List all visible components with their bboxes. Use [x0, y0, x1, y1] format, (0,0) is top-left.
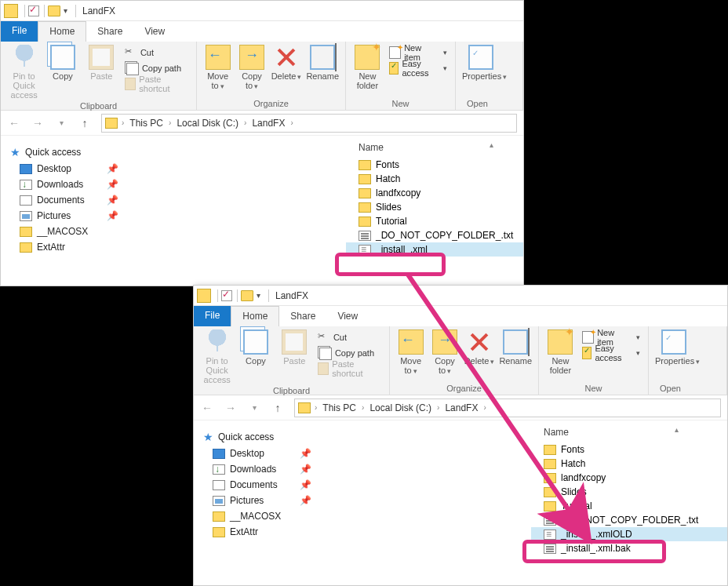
sidebar-item-downloads[interactable]: Downloads📌: [198, 461, 338, 477]
chevron-right-icon[interactable]: ›: [242, 118, 249, 127]
chevron-right-icon[interactable]: ›: [359, 403, 366, 412]
file-list-pane[interactable]: Name▴ FontsHatchlandfxcopySlidesTutorial…: [150, 136, 523, 286]
chevron-right-icon[interactable]: ›: [435, 403, 442, 412]
nav-recent-button[interactable]: ▾: [247, 403, 261, 412]
sidebar-item-desktop[interactable]: Desktop📌: [5, 161, 145, 177]
breadcrumb-item[interactable]: This PC: [128, 118, 165, 129]
chevron-right-icon[interactable]: ›: [119, 118, 126, 127]
chevron-right-icon[interactable]: ›: [166, 118, 173, 127]
pin-to-quick-access-button[interactable]: Pin to Quick access: [200, 329, 234, 384]
copy-path-button[interactable]: Copy path: [123, 60, 190, 76]
breadcrumb[interactable]: › This PC › Local Disk (C:) › LandFX ›: [294, 399, 721, 417]
nav-recent-button[interactable]: ▾: [54, 118, 68, 127]
file-row[interactable]: _install_.xml.bak: [531, 541, 727, 555]
rename-button[interactable]: Rename: [306, 45, 339, 92]
copy-path-button[interactable]: Copy path: [316, 345, 383, 361]
chevron-right-icon[interactable]: ›: [288, 118, 295, 127]
tab-share[interactable]: Share: [279, 306, 326, 326]
nav-back-button[interactable]: ←: [7, 117, 21, 129]
navigation-pane[interactable]: ★Quick access Desktop📌 Downloads📌 Docume…: [1, 136, 150, 286]
column-headers[interactable]: Name▴: [346, 140, 523, 158]
file-row[interactable]: Slides: [346, 200, 523, 214]
paste-shortcut-button[interactable]: Paste shortcut: [316, 361, 383, 377]
delete-button[interactable]: Delete▾: [271, 45, 302, 92]
paste-button[interactable]: Paste: [278, 329, 311, 377]
column-name[interactable]: Name▴: [544, 427, 685, 438]
sidebar-item-extattr[interactable]: ExtAttr: [5, 239, 145, 255]
move-to-button[interactable]: Move to▾: [396, 329, 425, 377]
file-row[interactable]: Tutorial: [531, 499, 727, 513]
tab-share[interactable]: Share: [86, 21, 133, 42]
copy-button[interactable]: Copy: [238, 329, 272, 377]
sidebar-item-documents[interactable]: Documents📌: [5, 192, 145, 208]
column-name[interactable]: Name▴: [359, 142, 500, 153]
pin-to-quick-access-button[interactable]: Pin to Quick access: [7, 45, 41, 100]
file-row[interactable]: Hatch: [346, 172, 523, 186]
sidebar-item-quick-access[interactable]: ★Quick access: [198, 428, 338, 446]
file-row[interactable]: landfxcopy: [531, 471, 727, 485]
copy-button[interactable]: Copy: [46, 45, 79, 92]
window-titlebar[interactable]: ▾ LandFX: [194, 286, 727, 306]
new-item-button[interactable]: New item▾: [388, 45, 449, 60]
file-row[interactable]: _DO_NOT_COPY_FOLDER_.txt: [346, 228, 523, 242]
breadcrumb-item[interactable]: LandFX: [250, 118, 286, 129]
sidebar-item-extattr[interactable]: ExtAttr: [198, 524, 338, 540]
file-list-pane[interactable]: Name▴ FontsHatchlandfxcopySlidesTutorial…: [343, 420, 727, 585]
chevron-right-icon[interactable]: ›: [312, 403, 319, 412]
move-to-button[interactable]: Move to▾: [203, 45, 232, 92]
file-row[interactable]: landfxcopy: [346, 186, 523, 200]
tab-file[interactable]: File: [1, 21, 38, 42]
sidebar-item-documents[interactable]: Documents📌: [198, 477, 338, 493]
breadcrumb-item[interactable]: Local Disk (C:): [175, 118, 240, 129]
file-row[interactable]: Fonts: [531, 442, 727, 457]
tab-file[interactable]: File: [194, 306, 231, 326]
window-titlebar[interactable]: ▾ LandFX: [1, 1, 523, 21]
copy-to-button[interactable]: Copy to▾: [430, 329, 459, 377]
paste-shortcut-button[interactable]: Paste shortcut: [123, 76, 190, 92]
chevron-right-icon[interactable]: ›: [481, 403, 488, 412]
copy-to-button[interactable]: Copy to▾: [237, 45, 266, 92]
sidebar-item-desktop[interactable]: Desktop📌: [198, 446, 338, 461]
nav-up-button[interactable]: ↑: [271, 402, 285, 414]
easy-access-button[interactable]: Easy access▾: [581, 345, 642, 361]
sidebar-item-macosx[interactable]: __MACOSX: [5, 224, 145, 239]
nav-forward-button[interactable]: →: [224, 402, 238, 414]
qat-properties-icon[interactable]: [28, 5, 39, 16]
new-folder-button[interactable]: New folder: [352, 45, 383, 92]
new-folder-button[interactable]: New folder: [545, 329, 576, 377]
nav-up-button[interactable]: ↑: [78, 117, 92, 129]
file-row[interactable]: _install_.xmlOLD: [531, 527, 727, 541]
file-row[interactable]: Tutorial: [346, 214, 523, 228]
file-row[interactable]: Fonts: [346, 158, 523, 172]
navigation-pane[interactable]: ★Quick access Desktop📌 Downloads📌 Docume…: [194, 420, 343, 585]
breadcrumb[interactable]: › This PC › Local Disk (C:) › LandFX ›: [101, 114, 517, 133]
tab-home[interactable]: Home: [231, 306, 279, 326]
file-row[interactable]: _install_.xml: [346, 242, 523, 257]
rename-button[interactable]: Rename: [499, 329, 532, 377]
column-headers[interactable]: Name▴: [531, 425, 727, 442]
file-row[interactable]: Slides: [531, 485, 727, 499]
easy-access-button[interactable]: Easy access▾: [388, 60, 449, 76]
tab-view[interactable]: View: [326, 306, 369, 326]
paste-button[interactable]: Paste: [85, 45, 118, 92]
qat-dropdown-icon[interactable]: ▾: [257, 291, 260, 300]
qat-newfolder-icon[interactable]: [48, 5, 60, 16]
nav-back-button[interactable]: ←: [200, 402, 214, 414]
breadcrumb-item[interactable]: LandFX: [443, 402, 479, 413]
nav-forward-button[interactable]: →: [31, 117, 45, 129]
qat-properties-icon[interactable]: [221, 290, 232, 301]
file-row[interactable]: _DO_NOT_COPY_FOLDER_.txt: [531, 513, 727, 527]
breadcrumb-item[interactable]: Local Disk (C:): [368, 402, 433, 413]
cut-button[interactable]: Cut: [123, 45, 190, 60]
properties-button[interactable]: Properties▾: [655, 329, 693, 377]
sidebar-item-pictures[interactable]: Pictures📌: [198, 493, 338, 508]
breadcrumb-item[interactable]: This PC: [321, 402, 358, 413]
qat-dropdown-icon[interactable]: ▾: [64, 6, 67, 15]
new-item-button[interactable]: New item▾: [581, 329, 642, 345]
tab-home[interactable]: Home: [38, 21, 86, 42]
sidebar-item-pictures[interactable]: Pictures📌: [5, 208, 145, 224]
delete-button[interactable]: Delete▾: [464, 329, 495, 377]
properties-button[interactable]: Properties▾: [462, 45, 500, 92]
sidebar-item-downloads[interactable]: Downloads📌: [5, 177, 145, 192]
file-row[interactable]: Hatch: [531, 457, 727, 471]
